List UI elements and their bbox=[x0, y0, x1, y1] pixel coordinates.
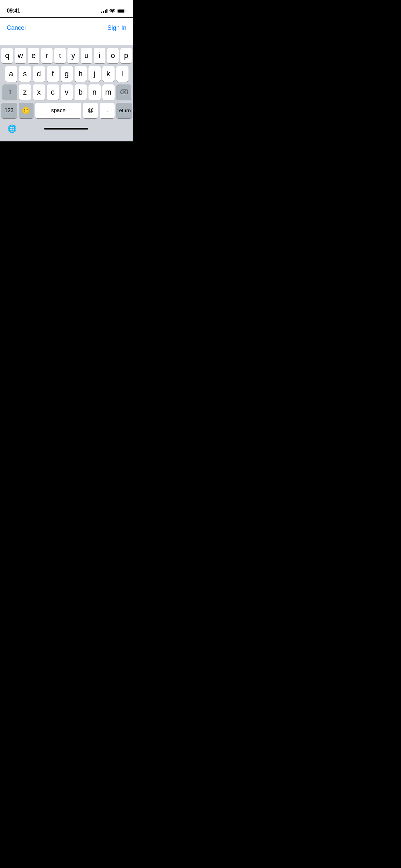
nav-bar: Cancel Sign In bbox=[0, 18, 133, 36]
key-h[interactable]: h bbox=[75, 66, 87, 82]
status-time: 09:41 bbox=[7, 8, 20, 14]
globe-icon[interactable]: 🌐 bbox=[7, 124, 17, 133]
key-g[interactable]: g bbox=[61, 66, 73, 82]
key-d[interactable]: d bbox=[33, 66, 45, 82]
keyboard-row-1: q w e r t y u i o p bbox=[1, 48, 132, 63]
key-f[interactable]: f bbox=[47, 66, 59, 82]
emoji-key[interactable]: 🙂 bbox=[19, 103, 34, 118]
status-icons bbox=[101, 9, 126, 13]
key-m[interactable]: m bbox=[102, 84, 115, 100]
key-s[interactable]: s bbox=[19, 66, 31, 82]
key-l[interactable]: l bbox=[116, 66, 128, 82]
return-key[interactable]: return bbox=[116, 103, 132, 118]
key-e[interactable]: e bbox=[28, 48, 39, 63]
wifi-icon bbox=[109, 9, 115, 13]
keyboard-row-3: ⇧ z x c v b n m ⌫ bbox=[1, 84, 132, 100]
key-n[interactable]: n bbox=[88, 84, 101, 100]
key-y[interactable]: y bbox=[67, 48, 79, 63]
backspace-key[interactable]: ⌫ bbox=[116, 84, 131, 100]
sign-in-button[interactable]: Sign In bbox=[107, 23, 126, 33]
key-o[interactable]: o bbox=[107, 48, 119, 63]
signal-icon bbox=[101, 9, 107, 13]
shift-key[interactable]: ⇧ bbox=[2, 84, 17, 100]
key-w[interactable]: w bbox=[15, 48, 26, 63]
modal-sheet: Cancel Sign In Apple ID for Beta Updates… bbox=[0, 18, 133, 141]
key-z[interactable]: z bbox=[19, 84, 31, 100]
dot-key[interactable]: . bbox=[100, 103, 115, 118]
key-t[interactable]: t bbox=[54, 48, 66, 63]
key-x[interactable]: x bbox=[33, 84, 45, 100]
cancel-button[interactable]: Cancel bbox=[7, 23, 26, 33]
svg-rect-1 bbox=[118, 9, 124, 13]
keyboard-bottom-bar: 🌐 bbox=[1, 121, 132, 140]
space-key[interactable]: space bbox=[35, 103, 82, 118]
home-indicator bbox=[44, 128, 88, 130]
key-v[interactable]: v bbox=[61, 84, 73, 100]
battery-icon bbox=[117, 9, 126, 13]
keyboard-row-2: a s d f g h j k l bbox=[1, 66, 132, 82]
key-u[interactable]: u bbox=[81, 48, 92, 63]
key-i[interactable]: i bbox=[94, 48, 105, 63]
key-p[interactable]: p bbox=[120, 48, 132, 63]
key-r[interactable]: r bbox=[41, 48, 53, 63]
key-j[interactable]: j bbox=[88, 66, 101, 82]
at-key[interactable]: @ bbox=[83, 103, 98, 118]
key-b[interactable]: b bbox=[75, 84, 87, 100]
keyboard: q w e r t y u i o p a s d f g h j k l ⇧ … bbox=[0, 45, 133, 141]
keyboard-row-4: 123 🙂 space @ . return bbox=[1, 103, 132, 118]
key-q[interactable]: q bbox=[1, 48, 13, 63]
numbers-key[interactable]: 123 bbox=[1, 103, 17, 118]
key-k[interactable]: k bbox=[102, 66, 115, 82]
key-a[interactable]: a bbox=[5, 66, 17, 82]
status-bar: 09:41 bbox=[0, 0, 133, 17]
key-c[interactable]: c bbox=[47, 84, 59, 100]
